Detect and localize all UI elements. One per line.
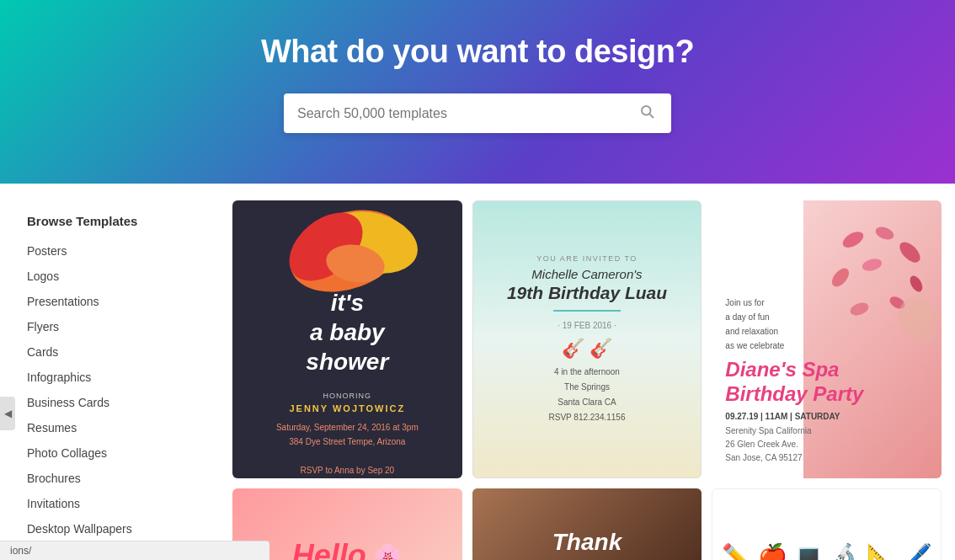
search-bar[interactable] xyxy=(284,93,671,133)
birthday-event-details: 4 in the afternoon The Springs Santa Cla… xyxy=(548,365,625,425)
hello-text: Hello xyxy=(292,538,366,560)
search-button[interactable] xyxy=(636,104,658,123)
baby-shower-line1: it's xyxy=(331,290,364,316)
school-icon-laptop: 💻 xyxy=(794,542,824,561)
svg-point-9 xyxy=(861,257,883,273)
chevron-left-icon: ◀ xyxy=(4,408,12,419)
school-icon-pencil: ✏️ xyxy=(722,542,751,561)
birthday-divider xyxy=(553,310,621,312)
template-school-icons[interactable]: ✏️ 🍎 💻 🔬 📐 🖊️ xyxy=(712,488,942,560)
sidebar-toggle-button[interactable]: ◀ xyxy=(0,397,15,430)
thank-you-content: Thank you xyxy=(552,529,622,560)
sidebar-item-brochures[interactable]: Brochures xyxy=(13,466,216,491)
sidebar-item-posters[interactable]: Posters xyxy=(13,238,216,264)
birthday-name: Michelle Cameron's xyxy=(531,267,642,281)
sidebar-item-cards[interactable]: Cards xyxy=(13,339,216,365)
sidebar-item-logos[interactable]: Logos xyxy=(13,264,216,289)
spa-address: Serenity Spa California 26 Glen Creek Av… xyxy=(725,424,928,465)
sidebar-item-presentations[interactable]: Presentations xyxy=(13,289,216,314)
template-thank-you[interactable]: Thank you with love xyxy=(472,488,702,560)
baby-shower-line3: shower xyxy=(306,349,388,375)
sidebar: Browse Templates Posters Logos Presentat… xyxy=(13,200,216,560)
spa-date: 09.27.19 | 11AM | SATURDAY xyxy=(725,412,928,421)
spa-join-text: Join us fora day of funand relaxationas … xyxy=(725,296,928,353)
school-icon-pen: 🖊️ xyxy=(903,542,932,561)
template-baby-shower[interactable]: it's a baby shower honoring JENNY WOJTOW… xyxy=(232,200,462,478)
baby-shower-line2: a baby xyxy=(310,319,385,345)
baby-shower-headline: it's a baby shower xyxy=(276,288,419,376)
birthday-ukulele-icons: 🎸 🎸 xyxy=(562,338,612,360)
baby-shower-honoring: honoring xyxy=(276,392,419,400)
sidebar-item-flyers[interactable]: Flyers xyxy=(13,314,216,339)
sidebar-item-invitations[interactable]: Invitations xyxy=(13,491,216,516)
spa-title: Diane's Spa Birthday Party xyxy=(725,358,928,407)
page-header: What do you want to design? xyxy=(0,0,955,184)
birthday-invite-text: YOU ARE INVITED TO xyxy=(536,254,638,263)
flower-decoration: 🌸 xyxy=(373,542,403,561)
svg-point-7 xyxy=(874,225,896,242)
school-icons-display: ✏️ 🍎 💻 🔬 📐 🖊️ xyxy=(713,534,941,561)
sidebar-item-desktop-wallpapers[interactable]: Desktop Wallpapers xyxy=(13,516,216,541)
school-icon-ruler: 📐 xyxy=(867,542,896,561)
search-input[interactable] xyxy=(297,106,636,121)
page-title: What do you want to design? xyxy=(261,34,694,70)
school-icon-microscope: 🔬 xyxy=(830,542,860,561)
birthday-event-date: · 19 FEB 2016 · xyxy=(558,321,616,330)
sidebar-item-photo-collages[interactable]: Photo Collages xyxy=(13,440,216,466)
birthday-event-title: 19th Birthday Luau xyxy=(507,283,667,303)
template-birthday-luau[interactable]: YOU ARE INVITED TO Michelle Cameron's 19… xyxy=(472,200,702,478)
svg-point-6 xyxy=(840,228,867,250)
school-icon-apple: 🍎 xyxy=(758,542,787,561)
sidebar-item-infographics[interactable]: Infographics xyxy=(13,365,216,390)
svg-point-8 xyxy=(896,238,924,266)
spa-content: Join us fora day of funand relaxationas … xyxy=(712,282,942,478)
url-bar: ions/ xyxy=(0,541,269,560)
svg-line-1 xyxy=(649,114,653,117)
templates-grid: it's a baby shower honoring JENNY WOJTOW… xyxy=(232,200,942,560)
baby-shower-name: JENNY WOJTOWICZ xyxy=(276,403,419,413)
sidebar-item-business-cards[interactable]: Business Cards xyxy=(13,390,216,415)
url-bar-text: ions/ xyxy=(10,545,31,557)
template-spa-birthday[interactable]: Join us fora day of funand relaxationas … xyxy=(712,200,942,478)
main-content: ◀ Browse Templates Posters Logos Present… xyxy=(0,184,955,560)
sidebar-section-title: Browse Templates xyxy=(13,209,216,238)
baby-shower-date: Saturday, September 24, 2016 at 3pm 384 … xyxy=(276,420,419,478)
thank-you-text: Thank you xyxy=(552,529,622,560)
sidebar-item-resumes[interactable]: Resumes xyxy=(13,415,216,440)
